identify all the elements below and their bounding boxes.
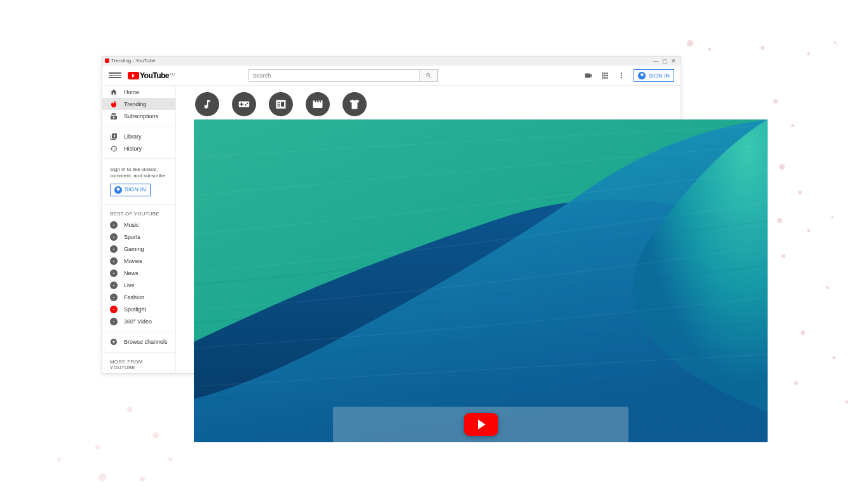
video-camera-icon xyxy=(584,71,593,80)
sidebar-item-fashion[interactable]: •Fashion xyxy=(102,292,175,304)
search-form xyxy=(248,69,438,82)
minimize-button[interactable]: — xyxy=(651,58,660,64)
live-icon: • xyxy=(110,281,118,289)
sidebar-signin-button[interactable]: SIGN IN xyxy=(110,184,151,196)
sidebar-item-label: Fashion xyxy=(124,294,144,301)
sidebar-item-sports[interactable]: •Sports xyxy=(102,231,175,243)
sidebar-item-live[interactable]: •Live xyxy=(102,280,175,292)
logo-text: YouTube xyxy=(140,71,169,80)
sidebar-item-label: Trending xyxy=(124,101,146,107)
sidebar-browse-channels[interactable]: Browse channels xyxy=(102,336,175,348)
window-title: Trending - YouTube xyxy=(111,58,651,64)
header-signin-button[interactable]: SIGN IN xyxy=(634,69,674,82)
divider xyxy=(102,204,175,205)
sidebar-item-label: Spotlight xyxy=(124,306,146,313)
sidebar-signin-block: Sign in to like videos, comment, and sub… xyxy=(102,163,175,200)
sidebar-item-gaming[interactable]: •Gaming xyxy=(102,243,175,255)
apps-grid-icon xyxy=(600,71,609,80)
signin-label: SIGN IN xyxy=(648,72,670,79)
sidebar-item-history[interactable]: History xyxy=(102,142,175,154)
sidebar-item-trending[interactable]: Trending xyxy=(102,98,175,110)
history-icon xyxy=(110,145,118,152)
sidebar-item-label: News xyxy=(124,270,139,276)
user-circle-icon xyxy=(638,72,646,79)
search-button[interactable] xyxy=(420,69,438,82)
sidebar-item-label: History xyxy=(124,146,142,152)
signin-prompt-text: Sign in to like videos, comment, and sub… xyxy=(110,166,168,180)
search-icon xyxy=(426,72,431,78)
sidebar-item-label: Music xyxy=(124,222,139,228)
apps-grid-button[interactable] xyxy=(600,71,609,80)
sidebar-heading-more: MORE FROM YOUTUBE xyxy=(102,356,175,373)
sidebar-item-label: Home xyxy=(124,89,139,95)
header: YouTube AU SIGN IN xyxy=(102,65,681,86)
newspaper-icon xyxy=(269,92,293,116)
sidebar-item-news[interactable]: •News xyxy=(102,268,175,280)
sidebar-item-label: YouTube Premium xyxy=(124,372,168,373)
sidebar-item-label: 360° Video xyxy=(124,318,152,325)
header-actions: SIGN IN xyxy=(584,69,674,82)
sidebar-item-label: Library xyxy=(124,133,142,140)
film-icon xyxy=(306,92,330,116)
subscriptions-icon xyxy=(110,112,118,120)
sidebar-item-label: Subscriptions xyxy=(124,113,158,119)
youtube-play-icon xyxy=(128,72,139,79)
desktop-wallpaper-overlay xyxy=(194,119,768,442)
sidebar-item-label: Live xyxy=(124,282,135,288)
close-button[interactable]: ✕ xyxy=(669,58,678,64)
fire-icon xyxy=(110,100,118,108)
hamburger-menu-button[interactable] xyxy=(109,69,121,82)
divider xyxy=(102,332,175,332)
divider xyxy=(102,352,175,353)
music-note-icon xyxy=(195,92,219,116)
favicon-icon xyxy=(105,58,109,63)
sidebar-item-home[interactable]: Home xyxy=(102,86,175,98)
sidebar-item-label: Sports xyxy=(124,234,140,240)
sidebar-heading-best: BEST OF YOUTUBE xyxy=(102,208,175,219)
sidebar-item-label: Movies xyxy=(124,258,142,264)
360-icon: • xyxy=(110,318,118,325)
fashion-icon: • xyxy=(110,294,118,301)
signin-label: SIGN IN xyxy=(125,186,146,194)
titlebar: Trending - YouTube — ▢ ✕ xyxy=(102,57,681,65)
sidebar-item-subscriptions[interactable]: Subscriptions xyxy=(102,110,175,122)
sidebar-item-spotlight[interactable]: •Spotlight xyxy=(102,304,175,316)
shirt-icon xyxy=(342,92,367,116)
library-icon xyxy=(110,133,118,140)
youtube-logo[interactable]: YouTube AU xyxy=(128,71,175,80)
divider xyxy=(102,158,175,159)
sidebar-item-360-video[interactable]: •360° Video xyxy=(102,316,175,328)
create-video-button[interactable] xyxy=(584,71,593,80)
search-input[interactable] xyxy=(248,69,420,82)
video-search-overlay xyxy=(333,407,628,442)
sidebar-item-label: Gaming xyxy=(124,246,144,252)
user-circle-icon xyxy=(114,186,122,194)
sidebar-item-movies[interactable]: •Movies xyxy=(102,255,175,268)
maximize-button[interactable]: ▢ xyxy=(660,58,669,64)
news-icon: • xyxy=(110,269,118,277)
logo-region: AU xyxy=(170,72,175,76)
music-icon: • xyxy=(110,221,118,229)
sidebar-item-label: Browse channels xyxy=(124,339,168,345)
movies-icon: • xyxy=(110,257,118,265)
spotlight-icon: • xyxy=(110,306,118,313)
home-icon xyxy=(110,88,118,96)
divider xyxy=(102,126,175,126)
kebab-icon xyxy=(617,71,626,80)
settings-menu-button[interactable] xyxy=(617,71,626,80)
sidebar-item-music[interactable]: •Music xyxy=(102,219,175,231)
gaming-icon: • xyxy=(110,245,118,253)
youtube-play-button[interactable] xyxy=(464,413,498,436)
sports-icon: • xyxy=(110,233,118,241)
sidebar-item-library[interactable]: Library xyxy=(102,130,175,142)
plus-circle-icon xyxy=(110,338,118,346)
sidebar[interactable]: HomeTrendingSubscriptions LibraryHistory… xyxy=(102,86,176,373)
gaming-pad-icon xyxy=(232,92,256,116)
